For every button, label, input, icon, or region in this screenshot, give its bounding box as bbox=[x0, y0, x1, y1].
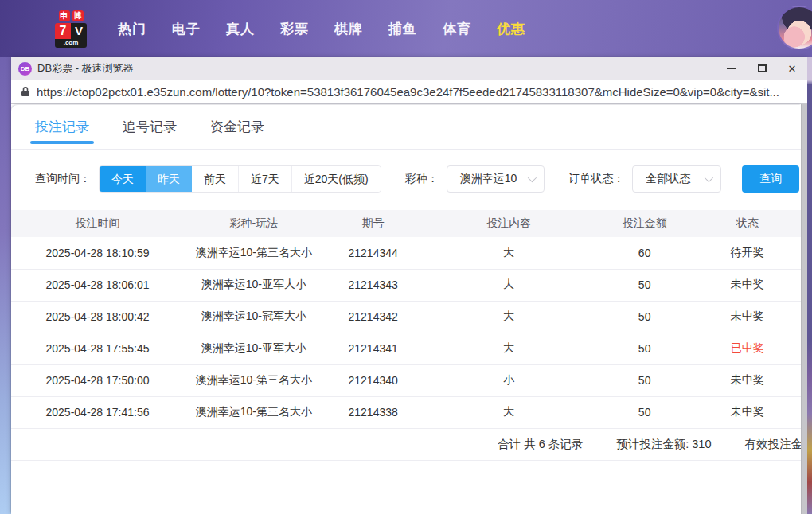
cell-status: 待开奖 bbox=[694, 237, 801, 269]
header-bet-time: 投注时间 bbox=[11, 210, 184, 237]
cell-content: 大 bbox=[423, 396, 595, 428]
cell-play: 澳洲幸运10-第三名大小 bbox=[184, 396, 324, 428]
menu-item-lottery[interactable]: 彩票 bbox=[267, 12, 322, 46]
menu-item-cards[interactable]: 棋牌 bbox=[322, 12, 376, 46]
table-row: 2025-04-28 18:00:42澳洲幸运10-冠军大小21214342大5… bbox=[11, 301, 801, 333]
lottery-select-value: 澳洲幸运10 bbox=[460, 172, 517, 186]
cell-status: 未中奖 bbox=[694, 301, 801, 333]
cell-issue: 21214342 bbox=[324, 301, 423, 333]
menu-item-live[interactable]: 真人 bbox=[213, 12, 267, 46]
cell-amount: 60 bbox=[595, 237, 694, 269]
summary-expected: 预计投注金额: 310 bbox=[616, 437, 711, 452]
address-bar[interactable]: https://ctop02pctx01.e35zun.com/lottery/… bbox=[11, 80, 807, 104]
cell-time: 2025-04-28 18:10:59 bbox=[11, 237, 184, 269]
table-header-row: 投注时间 彩种-玩法 期号 投注内容 投注金额 状态 bbox=[11, 210, 801, 237]
app-icon: DB bbox=[18, 62, 32, 76]
time-option-yesterday[interactable]: 昨天 bbox=[146, 166, 192, 192]
query-button[interactable]: 查询 bbox=[742, 165, 799, 193]
cell-content: 大 bbox=[423, 301, 595, 333]
logo-char-1: 申 bbox=[59, 10, 70, 21]
header-status: 状态 bbox=[694, 210, 801, 237]
menu-item-hot[interactable]: 热门 bbox=[105, 12, 159, 46]
time-option-20days[interactable]: 近20天(低频) bbox=[291, 166, 381, 192]
cell-content: 大 bbox=[423, 269, 595, 301]
top-navbar: 申 博 7 V .com 热门 电子 真人 彩票 棋牌 捕鱼 体育 优惠 bbox=[0, 0, 812, 57]
cell-play: 澳洲幸运10-第三名大小 bbox=[184, 237, 324, 269]
main-menu: 热门 电子 真人 彩票 棋牌 捕鱼 体育 优惠 bbox=[105, 12, 538, 46]
window-title: DB彩票 - 极速浏览器 bbox=[37, 61, 716, 76]
tab-fund-records[interactable]: 资金记录 bbox=[210, 118, 264, 149]
summary-valid: 有效投注金 bbox=[745, 437, 802, 452]
time-option-7days[interactable]: 近7天 bbox=[238, 166, 291, 192]
vertical-scrollbar[interactable] bbox=[801, 104, 807, 514]
cell-amount: 50 bbox=[595, 333, 694, 364]
page-content: 投注记录 追号记录 资金记录 查询时间： 今天 昨天 前天 近7天 近20天(低… bbox=[11, 105, 801, 514]
cell-amount: 50 bbox=[595, 396, 694, 428]
time-range-group: 今天 昨天 前天 近7天 近20天(低频) bbox=[99, 165, 381, 193]
status-filter-label: 订单状态： bbox=[568, 172, 624, 186]
site-logo[interactable]: 申 博 7 V .com bbox=[49, 10, 92, 48]
lock-icon bbox=[21, 86, 30, 97]
minimize-button[interactable] bbox=[716, 57, 747, 80]
cell-issue: 21214341 bbox=[324, 333, 423, 364]
summary-row: 合计 共 6 条记录 预计投注金额: 310 有效投注金 bbox=[11, 429, 801, 461]
menu-item-slots[interactable]: 电子 bbox=[159, 12, 213, 46]
order-status-select[interactable]: 全部状态 bbox=[632, 165, 721, 193]
window-titlebar: DB DB彩票 - 极速浏览器 ✕ bbox=[11, 57, 807, 80]
bet-records-table: 投注时间 彩种-玩法 期号 投注内容 投注金额 状态 2025-04-28 18… bbox=[11, 210, 801, 429]
cell-status: 未中奖 bbox=[694, 396, 801, 428]
time-option-today[interactable]: 今天 bbox=[100, 166, 146, 192]
filter-bar: 查询时间： 今天 昨天 前天 近7天 近20天(低频) 彩种： 澳洲幸运10 订… bbox=[35, 165, 801, 193]
table-row: 2025-04-28 17:41:56澳洲幸运10-第三名大小21214338大… bbox=[11, 396, 801, 428]
close-button[interactable]: ✕ bbox=[777, 57, 807, 80]
menu-item-fishing[interactable]: 捕鱼 bbox=[376, 12, 430, 46]
cell-content: 大 bbox=[423, 237, 595, 269]
table-row: 2025-04-28 18:10:59澳洲幸运10-第三名大小21214344大… bbox=[11, 237, 801, 269]
cell-time: 2025-04-28 18:00:42 bbox=[11, 301, 184, 333]
cell-issue: 21214338 bbox=[324, 396, 423, 428]
url-text: https://ctop02pctx01.e35zun.com/lottery/… bbox=[37, 85, 779, 99]
browser-window: DB DB彩票 - 极速浏览器 ✕ https://ctop02pctx01.e… bbox=[11, 57, 807, 514]
cell-play: 澳洲幸运10-亚军大小 bbox=[184, 269, 324, 301]
user-avatar[interactable] bbox=[777, 6, 812, 50]
menu-item-promo[interactable]: 优惠 bbox=[484, 12, 538, 46]
tab-bet-records[interactable]: 投注记录 bbox=[35, 118, 89, 149]
lottery-filter-label: 彩种： bbox=[405, 172, 439, 186]
chevron-down-icon bbox=[528, 173, 537, 182]
cell-content: 大 bbox=[423, 333, 595, 364]
order-status-value: 全部状态 bbox=[646, 172, 690, 186]
minimize-icon bbox=[727, 68, 736, 69]
lottery-select[interactable]: 澳洲幸运10 bbox=[447, 165, 545, 193]
maximize-button[interactable] bbox=[747, 57, 777, 80]
time-filter-label: 查询时间： bbox=[35, 172, 91, 186]
cell-play: 澳洲幸运10-冠军大小 bbox=[184, 301, 324, 333]
cell-play: 澳洲幸运10-亚军大小 bbox=[184, 333, 324, 364]
header-play-type: 彩种-玩法 bbox=[184, 210, 324, 237]
cell-play: 澳洲幸运10-第三名大小 bbox=[184, 364, 324, 396]
cell-issue: 21214340 bbox=[324, 364, 423, 396]
record-tabs: 投注记录 追号记录 资金记录 bbox=[11, 105, 801, 150]
cell-time: 2025-04-28 17:50:00 bbox=[11, 364, 184, 396]
header-content: 投注内容 bbox=[423, 210, 595, 237]
cell-status: 未中奖 bbox=[694, 269, 801, 301]
maximize-icon bbox=[758, 64, 767, 72]
time-option-daybefore[interactable]: 前天 bbox=[192, 166, 238, 192]
logo-com: .com bbox=[55, 39, 87, 48]
logo-vee: V bbox=[71, 23, 87, 39]
chevron-down-icon bbox=[705, 173, 713, 182]
header-issue: 期号 bbox=[324, 210, 423, 237]
cell-time: 2025-04-28 18:06:01 bbox=[11, 269, 184, 301]
header-amount: 投注金额 bbox=[595, 210, 694, 237]
cell-status: 未中奖 bbox=[694, 364, 801, 396]
tab-chase-records[interactable]: 追号记录 bbox=[123, 118, 177, 149]
table-row: 2025-04-28 17:50:00澳洲幸运10-第三名大小21214340小… bbox=[11, 364, 801, 396]
table-row: 2025-04-28 17:55:45澳洲幸运10-亚军大小21214341大5… bbox=[11, 333, 801, 364]
summary-total: 合计 共 6 条记录 bbox=[498, 437, 583, 452]
cell-status: 已中奖 bbox=[694, 333, 801, 364]
desktop-edge-sliver bbox=[807, 57, 812, 514]
cell-time: 2025-04-28 17:55:45 bbox=[11, 333, 184, 364]
logo-seven: 7 bbox=[55, 23, 71, 39]
cell-amount: 50 bbox=[595, 301, 694, 333]
cell-amount: 50 bbox=[595, 364, 694, 396]
menu-item-sports[interactable]: 体育 bbox=[430, 12, 484, 46]
